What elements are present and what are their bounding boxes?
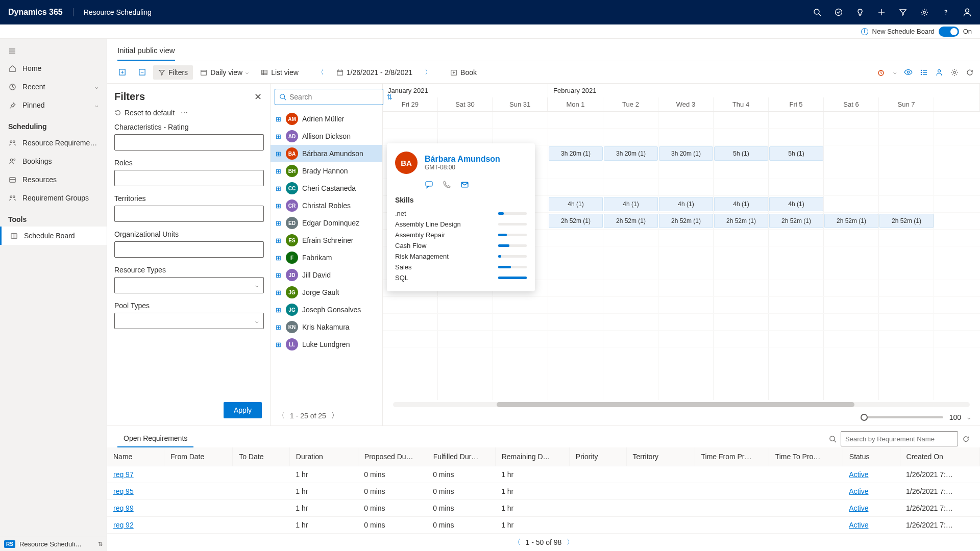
- booking-cell[interactable]: 2h 52m (1): [714, 214, 768, 228]
- requirement-link[interactable]: req 97: [113, 470, 134, 479]
- refresh-icon[interactable]: [966, 68, 974, 77]
- new-board-toggle[interactable]: [939, 27, 959, 37]
- driving-directions-icon[interactable]: [878, 68, 886, 77]
- next-range-button[interactable]: 〉: [420, 65, 437, 80]
- booking-cell[interactable]: 2h 52m (1): [879, 214, 934, 228]
- user-icon[interactable]: [963, 8, 972, 17]
- resource-search-input[interactable]: [289, 93, 379, 101]
- booking-cell[interactable]: 3h 20m (1): [604, 146, 658, 161]
- booking-cell[interactable]: 4h (1): [659, 197, 713, 211]
- table-header[interactable]: Status: [843, 447, 900, 466]
- filter-icon[interactable]: [898, 8, 908, 17]
- requirement-link[interactable]: req 99: [113, 504, 134, 512]
- booking-cell[interactable]: 3h 20m (1): [659, 146, 713, 161]
- booking-cell[interactable]: 2h 52m (1): [824, 214, 878, 228]
- expand-icon[interactable]: ⊞: [275, 115, 282, 123]
- booking-cell[interactable]: 2h 52m (1): [769, 214, 823, 228]
- resource-icon[interactable]: [935, 68, 943, 77]
- filter-roles-input[interactable]: [114, 170, 264, 186]
- close-icon[interactable]: ✕: [254, 91, 262, 103]
- status-link[interactable]: Active: [849, 470, 868, 479]
- resource-search[interactable]: [275, 89, 383, 105]
- resource-row[interactable]: ⊞CRChristal Robles: [271, 197, 382, 214]
- resource-row[interactable]: ⊞BABárbara Amundson: [271, 145, 382, 162]
- booking-cell[interactable]: 4h (1): [549, 197, 603, 211]
- expand-icon[interactable]: ⊞: [275, 219, 282, 227]
- chevron-down-icon[interactable]: ⌵: [967, 414, 971, 421]
- help-icon[interactable]: [941, 8, 950, 17]
- booking-cell[interactable]: 3h 20m (1): [549, 146, 603, 161]
- legend-icon[interactable]: [920, 68, 928, 77]
- table-header[interactable]: Remaining D…: [495, 447, 569, 466]
- expand-icon[interactable]: ⊞: [275, 202, 282, 210]
- expand-icon[interactable]: ⊞: [275, 289, 282, 296]
- requirement-link[interactable]: req 95: [113, 487, 134, 495]
- table-header[interactable]: Priority: [569, 447, 626, 466]
- table-header[interactable]: Created On: [900, 447, 979, 466]
- phone-icon[interactable]: [443, 180, 451, 189]
- expand-icon[interactable]: ⊞: [275, 254, 282, 262]
- booking-cell[interactable]: 4h (1): [769, 197, 823, 211]
- gear-icon[interactable]: [920, 8, 929, 17]
- timeline-scrollbar[interactable]: [393, 402, 970, 407]
- filter-pool-types-select[interactable]: [114, 313, 264, 329]
- expand-row-button[interactable]: [113, 65, 131, 79]
- reset-filters-button[interactable]: Reset to default: [114, 109, 175, 117]
- refresh-icon[interactable]: [962, 435, 970, 443]
- booking-cell[interactable]: 4h (1): [714, 197, 768, 211]
- resource-row[interactable]: ⊞BHBrady Hannon: [271, 162, 382, 180]
- resource-row[interactable]: ⊞CCCheri Castaneda: [271, 180, 382, 197]
- status-link[interactable]: Active: [849, 521, 868, 529]
- expand-icon[interactable]: ⊞: [275, 167, 282, 175]
- booking-cell[interactable]: 5h (1): [714, 146, 768, 161]
- resource-row[interactable]: ⊞JGJorge Gault: [271, 284, 382, 301]
- collapse-row-button[interactable]: [133, 65, 151, 79]
- more-icon[interactable]: ⋯: [181, 109, 188, 117]
- expand-icon[interactable]: ⊞: [275, 133, 282, 140]
- search-icon[interactable]: [813, 8, 822, 17]
- mail-icon[interactable]: [460, 180, 469, 189]
- filter-org-units-input[interactable]: [114, 241, 264, 258]
- expand-icon[interactable]: ⊞: [275, 185, 282, 192]
- search-icon[interactable]: [829, 435, 837, 443]
- resource-row[interactable]: ⊞EDEdgar Dominquez: [271, 214, 382, 232]
- booking-cell[interactable]: 2h 52m (1): [549, 214, 603, 228]
- requirements-search-input[interactable]: [841, 431, 958, 446]
- tab-open-requirements[interactable]: Open Requirements: [117, 430, 193, 447]
- nav-recent[interactable]: Recent⌵: [0, 78, 107, 96]
- table-header[interactable]: Duration: [289, 447, 358, 466]
- requirement-link[interactable]: req 92: [113, 521, 134, 529]
- filter-resource-types-select[interactable]: [114, 277, 264, 293]
- daily-view-button[interactable]: Daily view⌵: [195, 65, 254, 80]
- table-row[interactable]: req 951 hr0 mins0 mins1 hrActive1/26/202…: [107, 483, 980, 500]
- expand-icon[interactable]: ⊞: [275, 306, 282, 314]
- eye-icon[interactable]: [904, 68, 913, 77]
- lightbulb-icon[interactable]: [855, 8, 865, 17]
- list-view-button[interactable]: List view: [256, 65, 304, 80]
- expand-icon[interactable]: ⊞: [275, 323, 282, 331]
- resource-row[interactable]: ⊞LLLuke Lundgren: [271, 336, 382, 353]
- req-pager-prev[interactable]: 〈: [513, 538, 521, 547]
- status-link[interactable]: Active: [849, 504, 868, 512]
- booking-cell[interactable]: 2h 52m (1): [659, 214, 713, 228]
- expand-icon[interactable]: ⊞: [275, 237, 282, 244]
- chevron-down-icon[interactable]: ⌵: [893, 69, 897, 76]
- nav-resource-requirements[interactable]: Resource Requireme…: [0, 134, 107, 152]
- resource-row[interactable]: ⊞JGJoseph Gonsalves: [271, 301, 382, 318]
- table-header[interactable]: From Date: [164, 447, 233, 466]
- nav-area-switcher[interactable]: RS Resource Scheduli… ⇅: [0, 537, 107, 551]
- booking-cell[interactable]: 4h (1): [604, 197, 658, 211]
- nav-pinned[interactable]: Pinned⌵: [0, 96, 107, 114]
- table-header[interactable]: To Date: [233, 447, 290, 466]
- expand-icon[interactable]: ⊞: [275, 341, 282, 348]
- req-pager-next[interactable]: 〉: [567, 538, 574, 547]
- prev-range-button[interactable]: 〈: [312, 65, 329, 80]
- hamburger-icon[interactable]: [0, 43, 107, 59]
- settings-icon[interactable]: [950, 68, 959, 77]
- resource-row[interactable]: ⊞ESEfrain Schreiner: [271, 232, 382, 249]
- table-header[interactable]: Fulfilled Dur…: [427, 447, 495, 466]
- chat-icon[interactable]: [425, 180, 433, 189]
- filter-territories-input[interactable]: [114, 206, 264, 222]
- table-header[interactable]: Time From Pr…: [695, 447, 769, 466]
- booking-cell[interactable]: 2h 52m (1): [604, 214, 658, 228]
